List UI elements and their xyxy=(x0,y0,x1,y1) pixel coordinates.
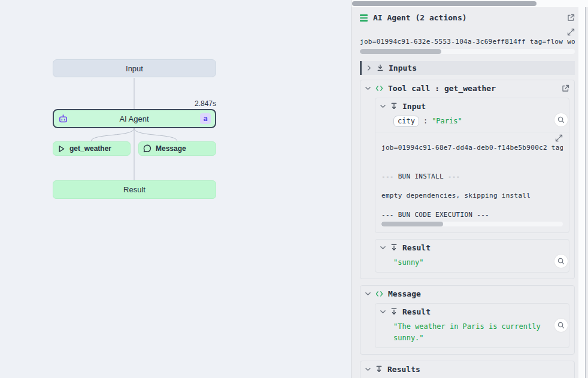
tool-call-header[interactable]: Tool call : get_weather xyxy=(360,80,574,96)
arrow-down-from-bar-icon xyxy=(390,102,398,110)
tool-call-log-block: job=01994c91-68e7-dd4a-deb0-f14be5b900c2… xyxy=(375,132,569,232)
input-node-label: Input xyxy=(126,64,143,73)
arg-row-city: city : "Paris" xyxy=(375,114,569,132)
horizontal-scrollbar-thumb[interactable] xyxy=(352,1,537,6)
input-subheader[interactable]: Input xyxy=(375,98,569,114)
message-title: Message xyxy=(388,289,569,298)
log-progress-bar xyxy=(381,222,563,226)
get-weather-node-label: get_weather xyxy=(69,144,111,153)
tool-call-result-row: "sunny" xyxy=(375,256,569,272)
agent-actions-icon xyxy=(360,13,368,23)
expand-icon[interactable] xyxy=(567,28,575,36)
flow-node-ai-agent[interactable]: AI Agent a xyxy=(53,109,216,128)
section-results: Results output : "The weather in Paris i… xyxy=(360,361,575,378)
chevron-down-icon[interactable] xyxy=(380,245,386,250)
job-id-line: job=01994c91-68e7-dd4a-deb0-f14be5b900c2… xyxy=(381,143,563,153)
log-line: --- BUN CODE EXECUTION --- xyxy=(381,210,563,220)
message-header[interactable]: Message xyxy=(360,286,574,302)
message-result-row: "The weather in Paris is currently sunny… xyxy=(375,320,569,347)
results-title: Results xyxy=(387,365,569,374)
flow-node-message[interactable]: Message xyxy=(138,141,216,156)
tool-call-input-subsection: Input city : "Paris" xyxy=(375,98,569,233)
chevron-down-icon[interactable] xyxy=(365,291,371,297)
section-tool-call: Tool call : get_weather xyxy=(360,80,575,279)
code-icon xyxy=(375,291,383,297)
job-id-line: job=01994c91-632e-5553-104a-3c69eff814ff… xyxy=(360,38,575,46)
tool-call-result-subsection: Result "sunny" xyxy=(375,239,569,273)
robot-icon xyxy=(58,114,68,124)
log-progress-fill xyxy=(360,49,441,54)
arrow-down-from-bar-icon xyxy=(390,308,398,315)
result-subsection-label: Result xyxy=(402,243,564,252)
message-node-label: Message xyxy=(156,144,186,153)
chevron-down-icon[interactable] xyxy=(365,367,371,372)
log-line: --- BUN INSTALL --- xyxy=(381,172,563,182)
result-subheader[interactable]: Result xyxy=(375,304,569,320)
play-icon xyxy=(57,145,65,153)
arg-key-pill: city xyxy=(393,116,419,127)
agent-duration-label: 2.847s xyxy=(195,99,216,108)
log-line: empty dependencies, skipping install xyxy=(381,191,563,201)
message-bubble-icon xyxy=(143,144,151,153)
external-link-icon[interactable] xyxy=(562,84,569,92)
panel-title: AI Agent (2 actions) xyxy=(373,13,562,22)
section-message: Message Result "The weather in Paris is … xyxy=(360,285,575,355)
search-icon[interactable] xyxy=(554,255,568,268)
chevron-down-icon[interactable] xyxy=(365,86,371,91)
agent-node-label: AI Agent xyxy=(68,114,200,123)
expand-icon[interactable] xyxy=(555,134,563,143)
code-icon xyxy=(375,85,383,92)
result-value: "sunny" xyxy=(393,258,424,267)
flow-node-input[interactable]: Input xyxy=(53,59,216,77)
log-progress-fill xyxy=(381,222,443,226)
search-icon[interactable] xyxy=(554,113,568,126)
download-icon xyxy=(377,64,384,71)
arg-value: "Paris" xyxy=(432,117,462,125)
arrow-down-from-bar-icon xyxy=(375,365,383,373)
message-result-subsection: Result "The weather in Paris is currentl… xyxy=(375,303,569,348)
tool-call-title: Tool call : get_weather xyxy=(388,84,557,93)
search-icon[interactable] xyxy=(554,319,568,332)
chevron-down-icon[interactable] xyxy=(380,309,386,315)
inputs-section-label: Inputs xyxy=(389,63,570,72)
section-inputs[interactable]: Inputs xyxy=(360,61,575,75)
chevron-right-icon[interactable] xyxy=(366,65,372,71)
result-subsection-label: Result xyxy=(402,307,564,316)
flow-canvas[interactable]: Input 2.847s AI Agent a get_weather xyxy=(0,0,351,378)
horizontal-scrollbar[interactable] xyxy=(351,0,588,7)
result-subheader[interactable]: Result xyxy=(375,240,569,256)
chevron-down-icon[interactable] xyxy=(380,104,386,109)
agent-badge: a xyxy=(200,113,211,124)
log-progress-bar xyxy=(360,49,575,54)
flow-node-result[interactable]: Result xyxy=(53,180,216,199)
result-value: "The weather in Paris is currently sunny… xyxy=(393,322,541,342)
arrow-down-from-bar-icon xyxy=(390,244,398,251)
colon: : xyxy=(423,117,428,125)
result-node-label: Result xyxy=(123,185,146,194)
flow-node-get-weather[interactable]: get_weather xyxy=(53,141,131,156)
results-header[interactable]: Results xyxy=(360,361,574,377)
external-link-icon[interactable] xyxy=(567,14,575,22)
input-subsection-label: Input xyxy=(402,102,564,111)
agent-detail-panel: AI Agent (2 actions) job=01994c91-632e-5… xyxy=(351,0,588,378)
